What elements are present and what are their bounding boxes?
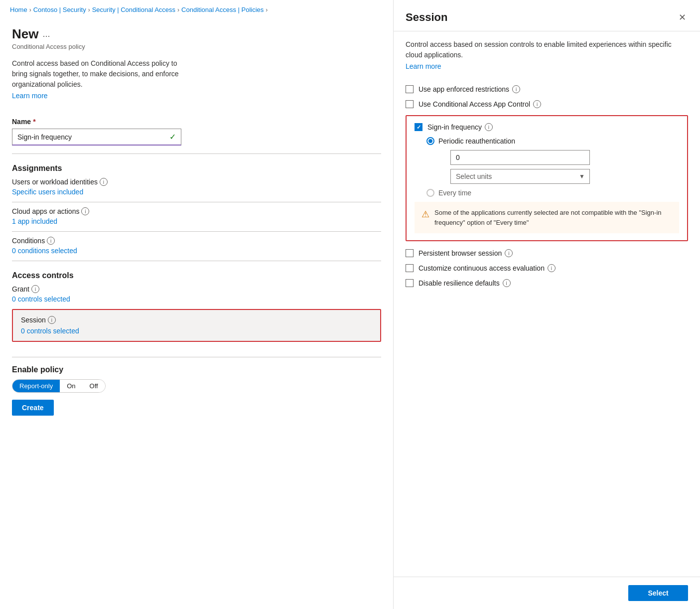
use-app-enforced-checkbox[interactable]	[406, 85, 414, 93]
breadcrumb-sep-4: ›	[266, 6, 268, 13]
use-app-enforced-label: Use app enforced restrictions i	[419, 85, 520, 93]
enable-policy-section: Enable policy Report-only On Off Create	[12, 357, 381, 416]
periodic-reauth-row: Periodic reauthentication	[426, 137, 679, 145]
customize-continuous-checkbox[interactable]	[406, 264, 414, 272]
page-subtitle: Conditional Access policy	[12, 43, 381, 50]
breadcrumb-sep-1: ›	[29, 6, 31, 13]
every-time-row: Every time	[426, 189, 679, 197]
conditions-value[interactable]: 0 conditions selected	[12, 247, 77, 255]
select-units-wrapper: Select units Hours Days ▼	[450, 169, 679, 184]
right-panel: Session ✕ Control access based on sessio…	[394, 0, 700, 609]
page-title: New	[12, 26, 38, 42]
conditions-label: Conditions i	[12, 237, 381, 245]
select-button[interactable]: Select	[628, 585, 688, 601]
page-title-ellipsis[interactable]: ...	[42, 29, 50, 39]
name-input-wrapper[interactable]: ✓	[12, 129, 181, 146]
required-star: *	[33, 118, 35, 126]
panel-learn-more[interactable]: Learn more	[406, 62, 441, 70]
frequency-number-input[interactable]	[450, 150, 590, 165]
customize-continuous-info[interactable]: i	[548, 264, 556, 272]
persistent-browser-label: Persistent browser session i	[419, 249, 513, 257]
disable-resilience-info[interactable]: i	[503, 279, 511, 287]
periodic-reauth-radio[interactable]	[426, 137, 434, 145]
toggle-on[interactable]: On	[60, 380, 82, 392]
periodic-reauth-label: Periodic reauthentication	[438, 137, 515, 145]
panel-description: Control access based on session controls…	[406, 39, 688, 60]
enable-policy-title: Enable policy	[12, 365, 381, 374]
use-app-enforced-row: Use app enforced restrictions i	[406, 85, 688, 93]
select-units-dropdown[interactable]: Select units Hours Days	[450, 169, 590, 184]
close-icon: ✕	[679, 12, 686, 23]
access-controls-title: Access controls	[12, 271, 381, 280]
left-panel: Home › Contoso | Security › Security | C…	[0, 0, 394, 609]
conditions-info-icon[interactable]: i	[47, 237, 55, 245]
use-ca-app-row: Use Conditional Access App Control i	[406, 100, 688, 108]
use-ca-app-info[interactable]: i	[533, 100, 541, 108]
breadcrumb-sep-2: ›	[88, 6, 90, 13]
use-ca-app-label: Use Conditional Access App Control i	[419, 100, 541, 108]
number-input-wrapper	[450, 150, 679, 165]
breadcrumb-sep-3: ›	[177, 6, 179, 13]
customize-continuous-row: Customize continuous access evaluation i	[406, 264, 688, 272]
toggle-off[interactable]: Off	[83, 380, 105, 392]
toggle-report-only[interactable]: Report-only	[12, 380, 60, 392]
assignments-title: Assignments	[12, 164, 381, 173]
signin-frequency-section: ✓ Sign-in frequency i Periodic reauthent…	[406, 115, 688, 241]
breadcrumb-ca-policies[interactable]: Conditional Access | Policies	[181, 6, 264, 13]
users-info-icon[interactable]: i	[100, 178, 108, 186]
disable-resilience-checkbox[interactable]	[406, 279, 414, 287]
customize-continuous-label: Customize continuous access evaluation i	[419, 264, 556, 272]
session-info-icon[interactable]: i	[48, 316, 56, 324]
main-content: New ... Conditional Access policy Contro…	[0, 18, 393, 609]
breadcrumb-home[interactable]: Home	[10, 6, 27, 13]
signin-freq-info[interactable]: i	[485, 123, 493, 131]
learn-more-link[interactable]: Learn more	[12, 92, 48, 100]
warning-box: ⚠ Some of the applications currently sel…	[415, 202, 679, 233]
cloud-apps-label: Cloud apps or actions i	[12, 207, 381, 215]
use-app-enforced-info[interactable]: i	[512, 85, 520, 93]
page-description: Control access based on Conditional Acce…	[12, 58, 191, 90]
grant-value[interactable]: 0 controls selected	[12, 295, 70, 303]
users-label: Users or workload identities i	[12, 178, 381, 186]
persistent-browser-checkbox[interactable]	[406, 249, 414, 257]
session-box[interactable]: Session i 0 controls selected	[12, 309, 381, 342]
create-button[interactable]: Create	[12, 400, 54, 416]
panel-header: Session ✕	[394, 0, 700, 31]
disable-resilience-label: Disable resilience defaults i	[419, 279, 511, 287]
use-ca-app-checkbox[interactable]	[406, 100, 414, 108]
signin-freq-checkbox[interactable]: ✓	[415, 123, 422, 131]
every-time-label: Every time	[438, 189, 471, 197]
policy-toggle-group[interactable]: Report-only On Off	[12, 379, 106, 393]
name-label: Name *	[12, 118, 381, 126]
signin-freq-label: Sign-in frequency i	[427, 123, 493, 131]
breadcrumb-contoso[interactable]: Contoso | Security	[33, 6, 86, 13]
panel-body: Control access based on session controls…	[394, 31, 700, 577]
persistent-browser-info[interactable]: i	[505, 249, 513, 257]
disable-resilience-row: Disable resilience defaults i	[406, 279, 688, 287]
every-time-radio[interactable]	[426, 189, 434, 197]
grant-label: Grant i	[12, 285, 381, 293]
grant-info-icon[interactable]: i	[31, 285, 39, 293]
breadcrumb: Home › Contoso | Security › Security | C…	[0, 0, 393, 18]
warning-icon: ⚠	[421, 209, 429, 227]
cloud-apps-value[interactable]: 1 app included	[12, 217, 57, 225]
session-value[interactable]: 0 controls selected	[21, 327, 79, 335]
signin-freq-header: ✓ Sign-in frequency i	[415, 123, 679, 131]
users-value[interactable]: Specific users included	[12, 188, 83, 196]
breadcrumb-security-ca[interactable]: Security | Conditional Access	[92, 6, 175, 13]
close-button[interactable]: ✕	[677, 10, 688, 25]
select-units-div[interactable]: Select units Hours Days ▼	[450, 169, 590, 184]
panel-title: Session	[406, 11, 447, 24]
cloud-apps-info-icon[interactable]: i	[81, 207, 89, 215]
radio-group: Periodic reauthentication Select units H…	[426, 137, 679, 197]
warning-text: Some of the applications currently selec…	[434, 208, 672, 227]
panel-footer: Select	[394, 577, 700, 609]
checkmark-icon: ✓	[169, 132, 176, 142]
name-input[interactable]	[17, 133, 169, 141]
persistent-browser-row: Persistent browser session i	[406, 249, 688, 257]
session-box-title: Session i	[21, 316, 372, 324]
